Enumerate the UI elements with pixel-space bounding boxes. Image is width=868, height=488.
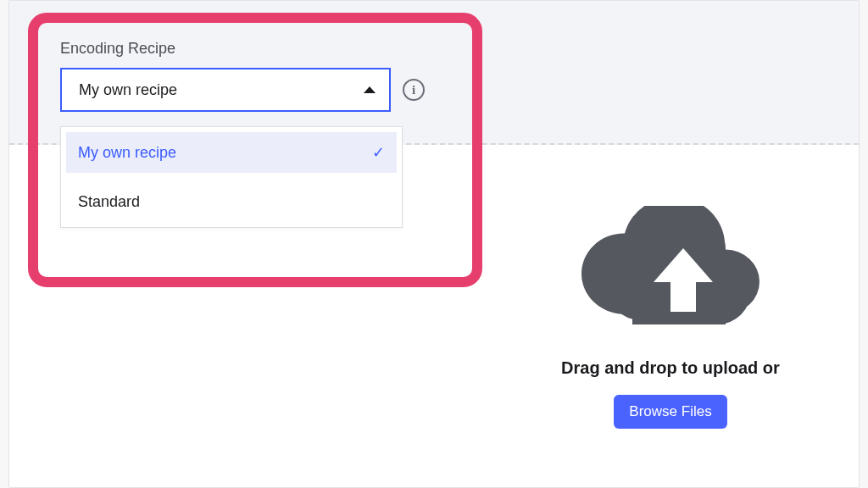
encoding-recipe-label: Encoding Recipe — [60, 40, 425, 58]
cloud-upload-icon — [577, 206, 764, 333]
check-icon: ✓ — [372, 143, 385, 162]
encoding-recipe-select[interactable]: My own recipe — [60, 68, 391, 112]
encoding-recipe-select-row: My own recipe i — [60, 68, 425, 112]
dropdown-option-my-own-recipe[interactable]: My own recipe ✓ — [66, 132, 397, 173]
page-container: Encoding Recipe My own recipe i My own r… — [8, 0, 860, 488]
dropdown-option-standard[interactable]: Standard — [66, 181, 397, 222]
upload-area[interactable]: Drag and drop to upload or Browse Files — [484, 147, 857, 488]
encoding-recipe-field: Encoding Recipe My own recipe i — [60, 40, 425, 112]
info-icon[interactable]: i — [403, 79, 425, 101]
upload-instruction-text: Drag and drop to upload or — [561, 358, 780, 378]
browse-files-button[interactable]: Browse Files — [614, 395, 726, 429]
chevron-up-icon — [364, 86, 376, 93]
dropdown-option-label: Standard — [78, 193, 140, 211]
encoding-recipe-dropdown: My own recipe ✓ Standard — [60, 126, 403, 228]
dropdown-option-label: My own recipe — [78, 144, 176, 162]
encoding-recipe-selected-value: My own recipe — [79, 81, 177, 99]
